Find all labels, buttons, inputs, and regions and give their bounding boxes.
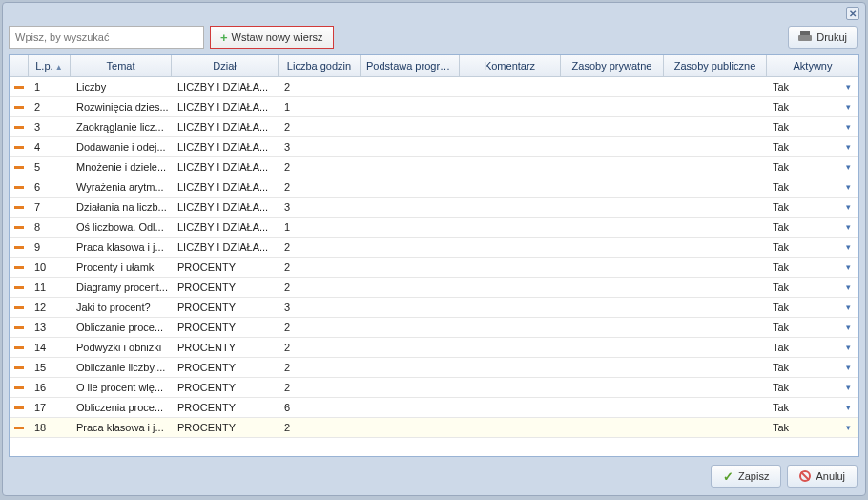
search-input[interactable]: [9, 26, 204, 49]
close-button[interactable]: ✕: [846, 7, 859, 20]
chevron-down-icon: ▾: [846, 142, 851, 152]
cell-pryw: [561, 418, 664, 437]
cell-pryw: [561, 117, 664, 136]
cell-lp: 14: [29, 338, 71, 357]
cell-godz: 2: [279, 157, 361, 177]
remove-row-button[interactable]: [10, 198, 29, 217]
cell-kom: [460, 198, 561, 217]
table-row[interactable]: 6Wyrażenia arytm...LICZBY I DZIAŁA...2Ta…: [10, 177, 858, 198]
cell-aktyw[interactable]: Tak▾: [767, 398, 858, 417]
cell-podst: [361, 97, 460, 116]
table-row[interactable]: 9Praca klasowa i j...LICZBY I DZIAŁA...2…: [10, 238, 858, 258]
table-row[interactable]: 17Obliczenia proce...PROCENTY6Tak▾: [10, 398, 858, 418]
cell-aktyw[interactable]: Tak▾: [767, 238, 858, 257]
remove-row-button[interactable]: [10, 97, 29, 116]
remove-row-button[interactable]: [10, 117, 29, 136]
remove-row-button[interactable]: [10, 398, 29, 417]
cell-podst: [361, 77, 460, 96]
table-row[interactable]: 7Działania na liczb...LICZBY I DZIAŁA...…: [10, 198, 858, 218]
cell-temat: Dodawanie i odej...: [71, 137, 172, 156]
table-row[interactable]: 12Jaki to procent?PROCENTY3Tak▾: [10, 298, 858, 318]
cell-aktyw[interactable]: Tak▾: [767, 378, 858, 397]
cancel-icon: [799, 470, 811, 482]
remove-row-button[interactable]: [10, 418, 29, 437]
cell-aktyw[interactable]: Tak▾: [767, 318, 858, 337]
cell-kom: [460, 418, 561, 437]
cell-aktyw[interactable]: Tak▾: [767, 77, 858, 96]
cell-aktyw[interactable]: Tak▾: [767, 218, 858, 237]
table-row[interactable]: 3Zaokrąglanie licz...LICZBY I DZIAŁA...2…: [10, 117, 858, 137]
header-dzial[interactable]: Dział: [172, 55, 279, 76]
cell-aktyw[interactable]: Tak▾: [767, 338, 858, 357]
header-godz[interactable]: Liczba godzin: [279, 55, 361, 76]
cell-publ: [664, 198, 767, 217]
insert-row-button[interactable]: + Wstaw nowy wiersz: [210, 26, 334, 49]
table-row[interactable]: 4Dodawanie i odej...LICZBY I DZIAŁA...3T…: [10, 137, 858, 157]
table-row[interactable]: 2Rozwinięcia dzies...LICZBY I DZIAŁA...1…: [10, 97, 858, 117]
cell-aktyw[interactable]: Tak▾: [767, 137, 858, 156]
remove-row-button[interactable]: [10, 338, 29, 357]
save-button[interactable]: ✓ Zapisz: [711, 465, 781, 488]
check-icon: ✓: [723, 469, 734, 484]
remove-row-button[interactable]: [10, 157, 29, 177]
remove-icon: [14, 186, 24, 189]
cell-aktyw[interactable]: Tak▾: [767, 97, 858, 116]
table-row[interactable]: 5Mnożenie i dziele...LICZBY I DZIAŁA...2…: [10, 157, 858, 177]
header-aktyw[interactable]: Aktywny: [767, 55, 858, 76]
remove-row-button[interactable]: [10, 318, 29, 337]
header-temat[interactable]: Temat: [71, 55, 172, 76]
remove-row-button[interactable]: [10, 177, 29, 197]
table-row[interactable]: 14Podwyżki i obniżkiPROCENTY2Tak▾: [10, 338, 858, 358]
remove-row-button[interactable]: [10, 137, 29, 156]
cell-kom: [460, 137, 561, 156]
remove-icon: [14, 246, 24, 249]
remove-row-button[interactable]: [10, 238, 29, 257]
cell-aktyw[interactable]: Tak▾: [767, 258, 858, 277]
cell-aktyw[interactable]: Tak▾: [767, 358, 858, 377]
remove-row-button[interactable]: [10, 358, 29, 377]
remove-icon: [14, 326, 24, 329]
header-podst[interactable]: Podstawa progra...: [361, 55, 460, 76]
cell-kom: [460, 218, 561, 237]
cell-aktyw[interactable]: Tak▾: [767, 418, 858, 437]
grid-body[interactable]: 1LiczbyLICZBY I DZIAŁA...2Tak▾2Rozwinięc…: [10, 77, 858, 456]
cell-publ: [664, 218, 767, 237]
table-row[interactable]: 8Oś liczbowa. Odl...LICZBY I DZIAŁA...1T…: [10, 218, 858, 238]
table-row[interactable]: 18Praca klasowa i j...PROCENTY2Tak▾: [10, 418, 858, 438]
remove-row-button[interactable]: [10, 378, 29, 397]
remove-icon: [14, 126, 24, 129]
cell-aktyw[interactable]: Tak▾: [767, 198, 858, 217]
active-value: Tak: [773, 322, 789, 333]
remove-row-button[interactable]: [10, 298, 29, 317]
cell-aktyw[interactable]: Tak▾: [767, 177, 858, 197]
active-value: Tak: [773, 121, 789, 133]
print-button[interactable]: Drukuj: [788, 26, 858, 49]
cancel-button[interactable]: Anuluj: [787, 465, 858, 488]
cell-kom: [460, 358, 561, 377]
chevron-down-icon: ▾: [846, 302, 851, 312]
cell-aktyw[interactable]: Tak▾: [767, 298, 858, 317]
cell-aktyw[interactable]: Tak▾: [767, 157, 858, 177]
table-row[interactable]: 11Diagramy procent...PROCENTY2Tak▾: [10, 278, 858, 298]
active-value: Tak: [773, 382, 789, 393]
remove-row-button[interactable]: [10, 278, 29, 297]
cell-aktyw[interactable]: Tak▾: [767, 278, 858, 297]
chevron-down-icon: ▾: [846, 222, 851, 232]
remove-row-button[interactable]: [10, 77, 29, 96]
header-publ[interactable]: Zasoby publiczne: [664, 55, 767, 76]
table-row[interactable]: 16O ile procent wię...PROCENTY2Tak▾: [10, 378, 858, 398]
remove-row-button[interactable]: [10, 258, 29, 277]
cell-godz: 2: [279, 418, 361, 437]
table-row[interactable]: 13Obliczanie proce...PROCENTY2Tak▾: [10, 318, 858, 338]
cell-godz: 2: [279, 358, 361, 377]
cell-kom: [460, 238, 561, 257]
cell-aktyw[interactable]: Tak▾: [767, 117, 858, 136]
remove-row-button[interactable]: [10, 218, 29, 237]
chevron-down-icon: ▾: [846, 182, 851, 192]
header-lp[interactable]: L.p.: [29, 55, 71, 76]
header-pryw[interactable]: Zasoby prywatne: [561, 55, 664, 76]
table-row[interactable]: 15Obliczanie liczby,...PROCENTY2Tak▾: [10, 358, 858, 378]
header-kom[interactable]: Komentarz: [460, 55, 561, 76]
table-row[interactable]: 10Procenty i ułamkiPROCENTY2Tak▾: [10, 258, 858, 278]
table-row[interactable]: 1LiczbyLICZBY I DZIAŁA...2Tak▾: [10, 77, 858, 97]
